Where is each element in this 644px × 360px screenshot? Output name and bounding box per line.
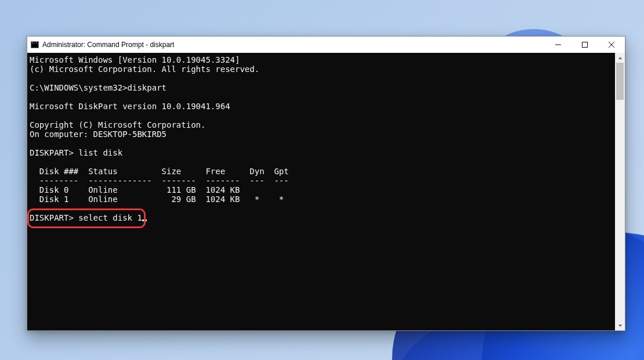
close-button[interactable] (598, 37, 625, 53)
scroll-down-button[interactable] (615, 321, 625, 330)
terminal-line: (c) Microsoft Corporation. All rights re… (30, 64, 615, 74)
terminal-line: Microsoft DiskPart version 10.0.19041.96… (30, 102, 615, 111)
terminal-line: DISKPART> list disk (30, 148, 615, 157)
terminal-line: Microsoft Windows [Version 10.0.19045.33… (30, 55, 615, 64)
terminal-line: Disk 0 Online 111 GB 1024 KB (30, 185, 615, 195)
svg-marker-4 (618, 57, 622, 59)
terminal-output[interactable]: Microsoft Windows [Version 10.0.19045.33… (27, 53, 615, 330)
minimize-button[interactable] (545, 37, 571, 53)
terminal-line (30, 157, 615, 167)
terminal-line: C:\WINDOWS\system32>diskpart (30, 83, 615, 92)
terminal-line (30, 139, 615, 148)
terminal-line: DISKPART> select disk 1 (30, 213, 615, 222)
chevron-up-icon (618, 56, 623, 60)
titlebar[interactable]: Administrator: Command Prompt - diskpart (27, 37, 625, 53)
terminal-line: Disk ### Status Size Free Dyn Gpt (30, 167, 615, 176)
vertical-scrollbar[interactable] (615, 53, 625, 330)
terminal-line: -------- ------------- ------- ------- -… (30, 176, 615, 185)
window-controls (545, 37, 625, 53)
scroll-up-button[interactable] (615, 53, 625, 63)
cmd-icon (31, 41, 39, 48)
scroll-thumb[interactable] (616, 63, 624, 100)
terminal-line: Disk 1 Online 29 GB 1024 KB * * (30, 195, 615, 204)
terminal-line (30, 92, 615, 102)
chevron-down-icon (618, 323, 623, 328)
terminal-line: On computer: DESKTOP-5BKIRD5 (30, 129, 615, 139)
maximize-button[interactable] (571, 37, 598, 53)
close-icon (609, 42, 614, 48)
maximize-icon (582, 42, 588, 48)
terminal-line (30, 111, 615, 120)
window-title: Administrator: Command Prompt - diskpart (42, 41, 174, 49)
client-area: Microsoft Windows [Version 10.0.19045.33… (27, 53, 625, 330)
minimize-icon (555, 42, 561, 48)
terminal-line: Copyright (C) Microsoft Corporation. (30, 120, 615, 129)
svg-rect-1 (583, 42, 588, 48)
terminal-line (30, 74, 615, 83)
svg-marker-5 (618, 325, 622, 327)
command-prompt-window: Administrator: Command Prompt - diskpart (27, 36, 625, 331)
terminal-line (30, 204, 615, 213)
text-cursor (142, 219, 147, 221)
app-icon-slot (27, 41, 42, 48)
